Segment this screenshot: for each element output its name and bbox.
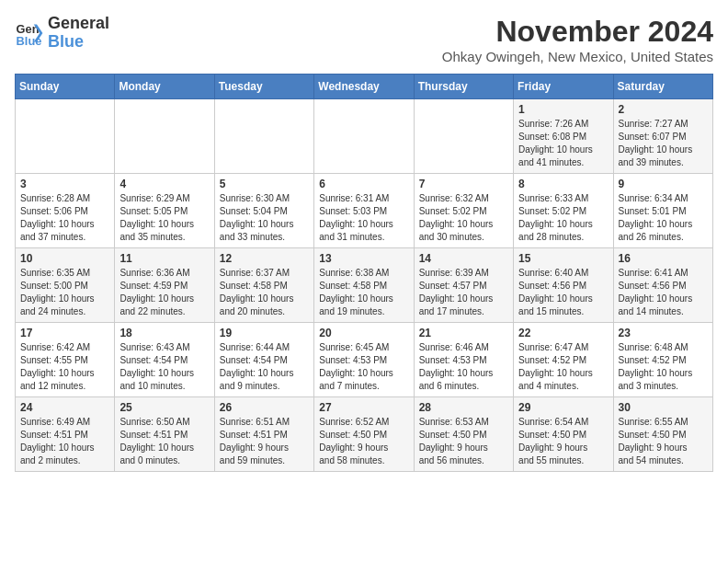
day-24: 24Sunrise: 6:49 AM Sunset: 4:51 PM Dayli… xyxy=(16,397,115,472)
day-info-3: Sunrise: 6:28 AM Sunset: 5:06 PM Dayligh… xyxy=(20,192,109,244)
weekday-header-row: SundayMondayTuesdayWednesdayThursdayFrid… xyxy=(16,75,713,99)
day-number-6: 6 xyxy=(319,178,408,190)
day-info-28: Sunrise: 6:53 AM Sunset: 4:50 PM Dayligh… xyxy=(419,416,508,467)
day-number-4: 4 xyxy=(119,178,209,190)
week-row-1: 1Sunrise: 7:26 AM Sunset: 6:08 PM Daylig… xyxy=(16,99,713,174)
day-9: 9Sunrise: 6:34 AM Sunset: 5:01 PM Daylig… xyxy=(613,174,712,248)
day-11: 11Sunrise: 6:36 AM Sunset: 4:59 PM Dayli… xyxy=(115,248,214,323)
day-21: 21Sunrise: 6:46 AM Sunset: 4:53 PM Dayli… xyxy=(414,323,513,397)
day-29: 29Sunrise: 6:54 AM Sunset: 4:50 PM Dayli… xyxy=(514,397,613,472)
day-22: 22Sunrise: 6:47 AM Sunset: 4:52 PM Dayli… xyxy=(514,323,613,397)
day-number-30: 30 xyxy=(619,401,708,414)
day-number-26: 26 xyxy=(220,401,309,414)
logo-icon: Gen Blue xyxy=(15,18,44,48)
empty-cell xyxy=(16,99,115,174)
day-info-6: Sunrise: 6:31 AM Sunset: 5:03 PM Dayligh… xyxy=(319,192,408,244)
day-number-29: 29 xyxy=(518,401,608,414)
day-number-2: 2 xyxy=(619,103,708,116)
day-number-8: 8 xyxy=(518,178,608,190)
empty-cell xyxy=(214,99,313,174)
day-number-9: 9 xyxy=(619,178,708,190)
day-info-1: Sunrise: 7:26 AM Sunset: 6:08 PM Dayligh… xyxy=(518,118,608,169)
day-info-17: Sunrise: 6:42 AM Sunset: 4:55 PM Dayligh… xyxy=(20,341,109,393)
logo-blue-text: Blue xyxy=(48,32,84,51)
week-row-3: 10Sunrise: 6:35 AM Sunset: 5:00 PM Dayli… xyxy=(16,248,713,323)
day-info-10: Sunrise: 6:35 AM Sunset: 5:00 PM Dayligh… xyxy=(20,267,109,318)
day-14: 14Sunrise: 6:39 AM Sunset: 4:57 PM Dayli… xyxy=(414,248,513,323)
logo: Gen Blue GeneralBlue xyxy=(15,15,109,52)
day-number-18: 18 xyxy=(119,327,209,339)
week-row-5: 24Sunrise: 6:49 AM Sunset: 4:51 PM Dayli… xyxy=(16,397,713,472)
day-number-14: 14 xyxy=(419,252,508,265)
day-12: 12Sunrise: 6:37 AM Sunset: 4:58 PM Dayli… xyxy=(214,248,313,323)
day-info-25: Sunrise: 6:50 AM Sunset: 4:51 PM Dayligh… xyxy=(119,416,209,467)
day-number-27: 27 xyxy=(319,401,408,414)
day-number-7: 7 xyxy=(419,178,508,190)
day-number-16: 16 xyxy=(619,252,708,265)
day-info-9: Sunrise: 6:34 AM Sunset: 5:01 PM Dayligh… xyxy=(619,192,708,244)
month-title: November 2024 xyxy=(442,15,713,49)
day-20: 20Sunrise: 6:45 AM Sunset: 4:53 PM Dayli… xyxy=(314,323,414,397)
day-number-20: 20 xyxy=(319,327,408,339)
day-number-10: 10 xyxy=(20,252,109,265)
day-23: 23Sunrise: 6:48 AM Sunset: 4:52 PM Dayli… xyxy=(613,323,712,397)
day-info-8: Sunrise: 6:33 AM Sunset: 5:02 PM Dayligh… xyxy=(518,192,608,244)
day-info-21: Sunrise: 6:46 AM Sunset: 4:53 PM Dayligh… xyxy=(419,341,508,393)
day-info-16: Sunrise: 6:41 AM Sunset: 4:56 PM Dayligh… xyxy=(619,267,708,318)
day-info-13: Sunrise: 6:38 AM Sunset: 4:58 PM Dayligh… xyxy=(319,267,408,318)
day-number-12: 12 xyxy=(220,252,309,265)
day-info-19: Sunrise: 6:44 AM Sunset: 4:54 PM Dayligh… xyxy=(220,341,309,393)
header-saturday: Saturday xyxy=(613,75,712,99)
day-1: 1Sunrise: 7:26 AM Sunset: 6:08 PM Daylig… xyxy=(514,99,613,174)
day-27: 27Sunrise: 6:52 AM Sunset: 4:50 PM Dayli… xyxy=(314,397,414,472)
day-15: 15Sunrise: 6:40 AM Sunset: 4:56 PM Dayli… xyxy=(514,248,613,323)
day-number-23: 23 xyxy=(619,327,708,339)
day-28: 28Sunrise: 6:53 AM Sunset: 4:50 PM Dayli… xyxy=(414,397,513,472)
day-number-17: 17 xyxy=(20,327,109,339)
day-30: 30Sunrise: 6:55 AM Sunset: 4:50 PM Dayli… xyxy=(613,397,712,472)
day-number-11: 11 xyxy=(119,252,209,265)
day-13: 13Sunrise: 6:38 AM Sunset: 4:58 PM Dayli… xyxy=(314,248,414,323)
day-info-23: Sunrise: 6:48 AM Sunset: 4:52 PM Dayligh… xyxy=(619,341,708,393)
day-number-15: 15 xyxy=(518,252,608,265)
day-7: 7Sunrise: 6:32 AM Sunset: 5:02 PM Daylig… xyxy=(414,174,513,248)
day-2: 2Sunrise: 7:27 AM Sunset: 6:07 PM Daylig… xyxy=(613,99,712,174)
header-thursday: Thursday xyxy=(414,75,513,99)
day-number-24: 24 xyxy=(20,401,109,414)
day-info-14: Sunrise: 6:39 AM Sunset: 4:57 PM Dayligh… xyxy=(419,267,508,318)
day-25: 25Sunrise: 6:50 AM Sunset: 4:51 PM Dayli… xyxy=(115,397,214,472)
day-info-15: Sunrise: 6:40 AM Sunset: 4:56 PM Dayligh… xyxy=(518,267,608,318)
day-info-27: Sunrise: 6:52 AM Sunset: 4:50 PM Dayligh… xyxy=(319,416,408,467)
header-wednesday: Wednesday xyxy=(314,75,414,99)
day-info-7: Sunrise: 6:32 AM Sunset: 5:02 PM Dayligh… xyxy=(419,192,508,244)
day-info-30: Sunrise: 6:55 AM Sunset: 4:50 PM Dayligh… xyxy=(619,416,708,467)
empty-cell xyxy=(314,99,414,174)
day-info-24: Sunrise: 6:49 AM Sunset: 4:51 PM Dayligh… xyxy=(20,416,109,467)
day-info-29: Sunrise: 6:54 AM Sunset: 4:50 PM Dayligh… xyxy=(518,416,608,467)
page-header: Gen Blue GeneralBlue November 2024 Ohkay… xyxy=(15,15,713,64)
day-info-2: Sunrise: 7:27 AM Sunset: 6:07 PM Dayligh… xyxy=(619,118,708,169)
day-info-12: Sunrise: 6:37 AM Sunset: 4:58 PM Dayligh… xyxy=(220,267,309,318)
day-5: 5Sunrise: 6:30 AM Sunset: 5:04 PM Daylig… xyxy=(214,174,313,248)
header-monday: Monday xyxy=(115,75,214,99)
week-row-2: 3Sunrise: 6:28 AM Sunset: 5:06 PM Daylig… xyxy=(16,174,713,248)
day-17: 17Sunrise: 6:42 AM Sunset: 4:55 PM Dayli… xyxy=(16,323,115,397)
day-16: 16Sunrise: 6:41 AM Sunset: 4:56 PM Dayli… xyxy=(613,248,712,323)
day-number-1: 1 xyxy=(518,103,608,116)
day-number-28: 28 xyxy=(419,401,508,414)
empty-cell xyxy=(414,99,513,174)
day-info-5: Sunrise: 6:30 AM Sunset: 5:04 PM Dayligh… xyxy=(220,192,309,244)
day-number-5: 5 xyxy=(220,178,309,190)
day-number-21: 21 xyxy=(419,327,508,339)
header-sunday: Sunday xyxy=(16,75,115,99)
header-friday: Friday xyxy=(514,75,613,99)
day-number-19: 19 xyxy=(220,327,309,339)
title-block: November 2024 Ohkay Owingeh, New Mexico,… xyxy=(442,15,713,64)
day-info-18: Sunrise: 6:43 AM Sunset: 4:54 PM Dayligh… xyxy=(119,341,209,393)
day-info-11: Sunrise: 6:36 AM Sunset: 4:59 PM Dayligh… xyxy=(119,267,209,318)
day-info-22: Sunrise: 6:47 AM Sunset: 4:52 PM Dayligh… xyxy=(518,341,608,393)
day-4: 4Sunrise: 6:29 AM Sunset: 5:05 PM Daylig… xyxy=(115,174,214,248)
day-number-13: 13 xyxy=(319,252,408,265)
day-number-22: 22 xyxy=(518,327,608,339)
week-row-4: 17Sunrise: 6:42 AM Sunset: 4:55 PM Dayli… xyxy=(16,323,713,397)
